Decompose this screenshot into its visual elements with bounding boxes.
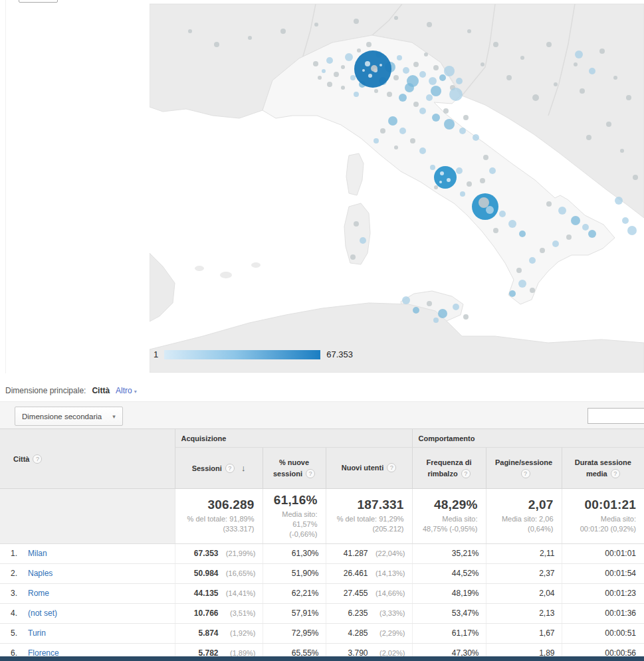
city-dot[interactable] xyxy=(588,230,596,238)
city-dot[interactable] xyxy=(439,74,446,81)
city-dot[interactable] xyxy=(460,191,465,197)
column-header-new-sessions[interactable]: % nuove sessioni? xyxy=(263,448,326,489)
city-dot[interactable] xyxy=(444,119,455,130)
city-dot[interactable] xyxy=(318,76,322,80)
city-link[interactable]: Rome xyxy=(28,589,49,598)
column-header-city[interactable]: Città? xyxy=(0,429,175,489)
city-dot[interactable] xyxy=(627,226,637,235)
city-dot[interactable] xyxy=(407,75,419,87)
city-dot[interactable] xyxy=(368,74,372,78)
city-dot[interactable] xyxy=(188,29,192,33)
city-dot[interactable] xyxy=(362,69,365,72)
city-dot[interactable] xyxy=(350,254,356,260)
help-icon[interactable]: ? xyxy=(521,469,530,478)
city-dot[interactable] xyxy=(552,240,559,247)
help-icon[interactable]: ? xyxy=(461,469,471,478)
city-dot[interactable] xyxy=(444,66,455,76)
city-dot[interactable] xyxy=(334,72,339,77)
city-dot[interactable] xyxy=(327,82,332,87)
city-dot[interactable] xyxy=(480,178,485,183)
city-link[interactable]: Naples xyxy=(28,569,53,578)
city-dot[interactable] xyxy=(354,19,359,24)
city-dot[interactable] xyxy=(453,304,459,310)
city-dot[interactable] xyxy=(520,56,524,60)
city-link[interactable]: Turin xyxy=(28,628,46,638)
city-dot[interactable] xyxy=(314,23,318,27)
city-dot[interactable] xyxy=(509,290,516,297)
table-search-input[interactable] xyxy=(588,408,644,424)
city-dot[interactable] xyxy=(449,88,463,101)
city-dot[interactable] xyxy=(248,36,252,40)
city-dot[interactable] xyxy=(566,235,572,240)
city-dot[interactable] xyxy=(403,67,409,74)
city-dot[interactable] xyxy=(443,108,449,114)
city-dot[interactable] xyxy=(393,75,399,80)
more-dimensions-link[interactable]: Altro▾ xyxy=(116,386,137,395)
city-dot[interactable] xyxy=(473,134,479,141)
city-dot[interactable] xyxy=(580,88,585,94)
city-dot[interactable] xyxy=(506,75,512,80)
city-dot[interactable] xyxy=(532,94,539,101)
city-dot[interactable] xyxy=(554,82,558,86)
column-header-sessions[interactable]: Sessioni?↓ xyxy=(175,448,263,489)
city-dot[interactable] xyxy=(402,296,410,304)
city-dot[interactable] xyxy=(430,165,435,170)
city-dot[interactable] xyxy=(413,307,419,314)
city-dot[interactable] xyxy=(558,207,566,215)
column-header-new-users[interactable]: Nuovi utenti? xyxy=(326,448,412,489)
city-dot[interactable] xyxy=(399,94,407,102)
city-dot[interactable] xyxy=(530,288,535,293)
city-dot[interactable] xyxy=(606,122,611,127)
city-dot[interactable] xyxy=(440,171,444,175)
city-dot[interactable] xyxy=(431,86,441,96)
city-dot[interactable] xyxy=(493,228,498,233)
city-dot[interactable] xyxy=(615,197,623,205)
city-dot[interactable] xyxy=(426,94,433,101)
city-dot[interactable] xyxy=(341,65,345,69)
city-dot[interactable] xyxy=(394,145,398,149)
city-dot[interactable] xyxy=(516,268,522,273)
city-dot[interactable] xyxy=(519,231,526,237)
city-dot[interactable] xyxy=(499,211,506,217)
city-dot[interactable] xyxy=(486,206,494,214)
city-dot[interactable] xyxy=(371,65,377,72)
city-link[interactable]: Milan xyxy=(28,549,47,558)
city-dot[interactable] xyxy=(413,62,419,67)
city-dot[interactable] xyxy=(433,65,439,70)
column-header-bounce-rate[interactable]: Frequenza di rimbalzo? xyxy=(412,448,486,489)
city-dot[interactable] xyxy=(508,220,516,228)
primary-dimension-value[interactable]: Città xyxy=(92,386,110,395)
city-dot[interactable] xyxy=(429,77,437,85)
city-dot[interactable] xyxy=(433,318,439,323)
column-header-avg-duration[interactable]: Durata sessione media? xyxy=(562,448,644,489)
city-bubble-rome[interactable] xyxy=(434,166,457,189)
city-dot[interactable] xyxy=(493,42,498,47)
help-icon[interactable]: ? xyxy=(33,454,42,464)
city-dot[interactable] xyxy=(582,224,589,231)
city-dot[interactable] xyxy=(214,42,219,47)
city-dot[interactable] xyxy=(354,92,359,97)
city-dot[interactable] xyxy=(529,257,536,264)
city-dot[interactable] xyxy=(633,175,638,180)
city-dot[interactable] xyxy=(350,75,356,80)
city-dot[interactable] xyxy=(546,201,552,207)
city-dot[interactable] xyxy=(434,185,438,189)
city-dot[interactable] xyxy=(622,217,629,224)
city-dot[interactable] xyxy=(432,114,440,122)
city-dot[interactable] xyxy=(341,86,345,90)
city-dot[interactable] xyxy=(575,50,583,58)
city-dot[interactable] xyxy=(357,48,361,52)
city-dot[interactable] xyxy=(456,78,463,84)
city-dot[interactable] xyxy=(467,181,472,187)
city-dot[interactable] xyxy=(546,42,552,47)
city-dot[interactable] xyxy=(479,197,489,208)
help-icon[interactable]: ? xyxy=(611,469,620,478)
city-dot[interactable] xyxy=(427,301,432,306)
city-dot[interactable] xyxy=(413,102,419,107)
city-dot[interactable] xyxy=(387,92,392,97)
city-dot[interactable] xyxy=(326,57,333,64)
city-dot[interactable] xyxy=(360,237,366,244)
city-dot[interactable] xyxy=(586,135,591,140)
help-icon[interactable]: ? xyxy=(225,464,235,473)
city-dot[interactable] xyxy=(388,116,397,126)
